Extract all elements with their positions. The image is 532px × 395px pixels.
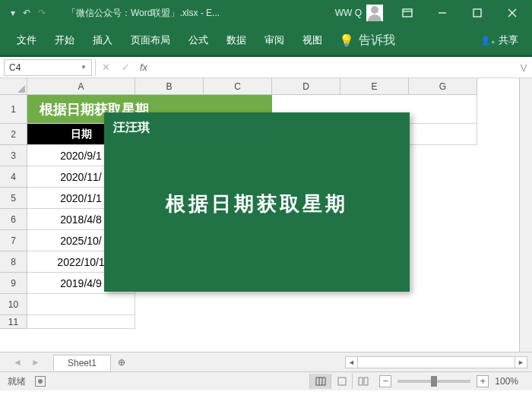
window-title: 「微信公众号：Word联盟」.xlsx - E... (53, 7, 329, 20)
user-account[interactable]: WW Q (329, 5, 389, 21)
tab-home[interactable]: 开始 (46, 26, 84, 55)
svg-rect-9 (338, 378, 346, 385)
svg-rect-0 (403, 9, 412, 17)
undo-icon[interactable]: ↶ (23, 8, 30, 18)
status-bar: 就绪 − + 100% (0, 371, 532, 390)
zoom-level[interactable]: 100% (495, 376, 518, 387)
page-break-view-icon[interactable] (352, 374, 373, 389)
sheet-tab-bar: ◄► Sheet1 ⊕ ◄ ► (0, 352, 532, 371)
share-icon: 👤₊ (480, 36, 496, 46)
scroll-right-icon[interactable]: ► (515, 357, 527, 368)
avatar-icon (366, 5, 383, 21)
sheet-nav[interactable]: ◄► (0, 357, 53, 368)
tell-me[interactable]: 💡 告诉我 (331, 33, 403, 49)
tab-file[interactable]: 文件 (8, 26, 46, 55)
row-header[interactable]: 5 (0, 188, 27, 209)
svg-rect-11 (364, 378, 368, 385)
close-icon[interactable] (496, 0, 529, 26)
tab-review[interactable]: 审阅 (255, 26, 293, 55)
prev-sheet-icon[interactable]: ◄ (13, 357, 22, 368)
zoom-control: − + 100% (373, 375, 524, 387)
row-headers: 1 2 3 4 5 6 7 8 9 10 11 (0, 95, 27, 329)
overlay-title: 根据日期获取星期 (104, 191, 410, 217)
zoom-slider[interactable] (397, 380, 470, 383)
row-header[interactable]: 7 (0, 230, 27, 251)
zoom-thumb[interactable] (431, 376, 437, 387)
user-name: WW Q (335, 8, 362, 18)
page-layout-view-icon[interactable] (331, 374, 352, 389)
zoom-in-button[interactable]: + (477, 375, 489, 387)
overlay-author: 汪汪琪 (104, 112, 410, 144)
col-header[interactable]: A (27, 78, 135, 95)
add-sheet-icon[interactable]: ⊕ (111, 357, 132, 368)
sheet-tab-active[interactable]: Sheet1 (53, 355, 111, 371)
minimize-icon[interactable] (426, 0, 459, 26)
svg-rect-6 (316, 378, 325, 385)
fx-icon[interactable]: fx (135, 62, 152, 73)
tab-formulas[interactable]: 公式 (179, 26, 217, 55)
svg-rect-3 (473, 9, 481, 17)
row-header[interactable]: 2 (0, 124, 27, 145)
expand-formula-icon[interactable]: ⋁ (515, 63, 532, 71)
row-header[interactable]: 6 (0, 209, 27, 230)
svg-rect-10 (359, 378, 363, 385)
save-icon[interactable]: ▾ (11, 8, 15, 18)
formula-bar: C4 ▼ ✕ ✓ fx ⋁ (0, 57, 532, 78)
title-bar: ▾ ↶ ↷ 「微信公众号：Word联盟」.xlsx - E... WW Q (0, 0, 532, 26)
row-header[interactable]: 10 (0, 294, 27, 315)
select-all-button[interactable] (0, 78, 27, 95)
col-header[interactable]: C (204, 78, 272, 95)
row-header[interactable]: 11 (0, 315, 27, 329)
col-header[interactable]: E (340, 78, 409, 95)
cancel-formula-icon[interactable]: ✕ (96, 62, 116, 73)
enter-formula-icon[interactable]: ✓ (116, 62, 135, 73)
name-box[interactable]: C4 ▼ (4, 59, 92, 76)
redo-icon[interactable]: ↷ (38, 8, 46, 18)
tab-insert[interactable]: 插入 (84, 26, 122, 55)
macro-record-icon[interactable] (35, 376, 46, 387)
empty-cell[interactable] (409, 124, 477, 145)
vertical-scrollbar[interactable] (519, 78, 532, 352)
maximize-icon[interactable] (461, 0, 494, 26)
row-header[interactable]: 9 (0, 273, 27, 294)
empty-cell[interactable] (409, 95, 477, 124)
scroll-left-icon[interactable]: ◄ (346, 357, 358, 368)
tab-view[interactable]: 视图 (293, 26, 331, 55)
quick-access-toolbar: ▾ ↶ ↷ (3, 8, 53, 18)
ribbon-tabs: 文件 开始 插入 页面布局 公式 数据 审阅 视图 💡 告诉我 👤₊ 共享 (0, 26, 532, 55)
status-ready: 就绪 (8, 375, 32, 388)
col-header[interactable]: G (409, 78, 477, 95)
lightbulb-icon: 💡 (339, 33, 354, 48)
horizontal-scrollbar[interactable]: ◄ ► (345, 356, 527, 368)
ribbon-display-icon[interactable] (391, 0, 424, 26)
zoom-out-button[interactable]: − (379, 375, 391, 387)
row-header[interactable]: 4 (0, 166, 27, 188)
tab-data[interactable]: 数据 (217, 26, 255, 55)
normal-view-icon[interactable] (309, 374, 331, 389)
chevron-down-icon[interactable]: ▼ (81, 64, 87, 71)
next-sheet-icon[interactable]: ► (31, 357, 40, 368)
row-header[interactable]: 3 (0, 145, 27, 166)
overlay-panel: 汪汪琪 根据日期获取星期 (104, 112, 410, 292)
col-header[interactable]: D (272, 78, 340, 95)
col-header[interactable]: B (135, 78, 204, 95)
share-button[interactable]: 👤₊ 共享 (474, 33, 524, 47)
row-header[interactable]: 8 (0, 251, 27, 273)
empty-cell[interactable] (27, 294, 135, 315)
column-headers: A B C D E G (27, 78, 518, 95)
tab-page-layout[interactable]: 页面布局 (122, 26, 179, 55)
empty-cell[interactable] (27, 315, 135, 329)
row-header[interactable]: 1 (0, 95, 27, 124)
view-switcher (309, 374, 373, 389)
